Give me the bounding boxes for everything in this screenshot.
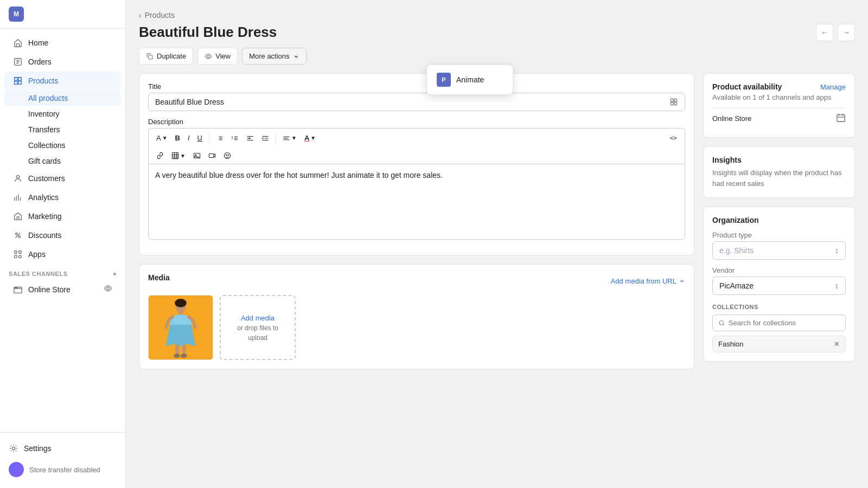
text-color-button[interactable]: A ▼ bbox=[301, 132, 319, 144]
vendor-select[interactable]: PicAmaze ↕ bbox=[712, 277, 846, 295]
svg-point-12 bbox=[12, 447, 15, 450]
svg-rect-7 bbox=[19, 255, 22, 258]
sidebar-item-customers[interactable]: Customers bbox=[4, 169, 121, 188]
title-label: Title bbox=[148, 82, 685, 91]
media-upload-zone[interactable]: Add media or drop files to upload bbox=[220, 295, 296, 360]
source-button[interactable]: <> bbox=[667, 132, 680, 144]
video-button[interactable] bbox=[205, 150, 219, 162]
vendor-stepper-icon: ↕ bbox=[835, 281, 839, 290]
manage-link[interactable]: Manage bbox=[820, 83, 846, 91]
table-button[interactable]: ▼ bbox=[168, 150, 189, 162]
svg-point-3 bbox=[18, 236, 21, 238]
sidebar-item-products-label: Products bbox=[28, 76, 58, 85]
editor-toolbar-row1: A ▼ B I U bbox=[148, 128, 685, 147]
sidebar-item-products[interactable]: Products bbox=[4, 72, 121, 90]
sidebar: M Home Orders Products All prod bbox=[0, 0, 126, 488]
svg-point-10 bbox=[16, 287, 17, 288]
sidebar-item-apps-label: Apps bbox=[28, 250, 46, 259]
svg-rect-19 bbox=[172, 152, 178, 158]
italic-button[interactable]: I bbox=[184, 132, 193, 144]
chevron-down-icon bbox=[293, 53, 299, 60]
svg-rect-6 bbox=[15, 255, 17, 258]
remove-collection-button[interactable]: ✕ bbox=[834, 340, 840, 348]
online-store-visibility-icon[interactable] bbox=[104, 284, 112, 294]
view-button[interactable]: View bbox=[197, 48, 238, 65]
font-button[interactable]: A ▼ bbox=[153, 132, 171, 144]
add-sales-channel-icon[interactable]: + bbox=[113, 271, 117, 277]
unordered-list-button[interactable] bbox=[213, 132, 227, 144]
product-image-thumb[interactable] bbox=[148, 295, 213, 360]
svg-point-11 bbox=[107, 287, 110, 290]
sidebar-sub-inventory[interactable]: Inventory bbox=[4, 106, 121, 121]
next-product-button[interactable]: → bbox=[838, 24, 855, 41]
link-button[interactable] bbox=[153, 150, 167, 162]
sidebar-item-marketing[interactable]: Marketing bbox=[4, 207, 121, 226]
duplicate-button[interactable]: Duplicate bbox=[139, 48, 193, 65]
sidebar-sub-collections[interactable]: Collections bbox=[4, 138, 121, 153]
add-media-from-url-button[interactable]: Add media from URL bbox=[611, 277, 685, 285]
animate-dropdown-item[interactable]: P Animate bbox=[430, 68, 509, 91]
indent-button[interactable] bbox=[243, 132, 257, 144]
align-button[interactable]: ▼ bbox=[279, 132, 300, 144]
search-icon bbox=[718, 319, 725, 327]
sidebar-item-analytics[interactable]: Analytics bbox=[4, 188, 121, 207]
sidebar-item-discounts[interactable]: Discounts bbox=[4, 226, 121, 245]
sidebar-sub-gift-cards[interactable]: Gift cards bbox=[4, 153, 121, 169]
availability-card: Product availability Manage Available on… bbox=[703, 73, 855, 138]
sidebar-item-home-label: Home bbox=[28, 38, 48, 47]
separator-2 bbox=[276, 133, 276, 144]
svg-point-1 bbox=[16, 176, 19, 178]
breadcrumb-link[interactable]: Products bbox=[145, 11, 175, 20]
media-header: Media Add media from URL bbox=[148, 273, 685, 288]
svg-point-14 bbox=[207, 55, 209, 57]
add-media-label: Add media from URL bbox=[611, 277, 676, 285]
media-title: Media bbox=[148, 273, 170, 282]
collections-search-box[interactable] bbox=[712, 314, 846, 331]
align-icon bbox=[283, 134, 290, 142]
product-type-stepper-icon: ↕ bbox=[835, 246, 839, 255]
product-type-select[interactable]: e.g. Shirts ↕ bbox=[712, 241, 846, 260]
ordered-list-button[interactable] bbox=[228, 132, 242, 144]
emoji-button[interactable] bbox=[220, 150, 234, 162]
title-description-card: Title Beautiful Blue Dress bbox=[139, 73, 694, 255]
indent-icon bbox=[246, 134, 254, 142]
emoji-icon bbox=[224, 152, 231, 159]
calendar-icon[interactable] bbox=[836, 113, 846, 124]
settings-label: Settings bbox=[24, 444, 52, 453]
analytics-icon bbox=[13, 192, 23, 202]
description-label: Description bbox=[148, 118, 685, 126]
sales-channels-section: SALES CHANNELS + bbox=[0, 264, 125, 279]
sidebar-sub-transfers[interactable]: Transfers bbox=[4, 122, 121, 137]
sidebar-item-home[interactable]: Home bbox=[4, 34, 121, 52]
more-actions-button[interactable]: More actions bbox=[242, 48, 306, 65]
settings-icon bbox=[9, 444, 18, 453]
channel-name: Online Store bbox=[712, 114, 751, 123]
settings-item[interactable]: Settings bbox=[9, 439, 117, 458]
ul-icon bbox=[216, 134, 224, 142]
sidebar-sub-all-products[interactable]: All products bbox=[4, 91, 121, 106]
prev-product-button[interactable]: ← bbox=[816, 24, 833, 41]
sidebar-item-orders[interactable]: Orders bbox=[4, 53, 121, 71]
collections-search-input[interactable] bbox=[729, 319, 840, 327]
vendor-label: Vendor bbox=[712, 266, 846, 274]
discounts-icon bbox=[13, 230, 23, 240]
underline-button[interactable]: U bbox=[194, 132, 206, 144]
sidebar-item-apps[interactable]: Apps bbox=[4, 245, 121, 264]
online-store-icon bbox=[13, 285, 23, 294]
organization-card: Organization Product type e.g. Shirts ↕ … bbox=[703, 207, 855, 362]
outdent-button[interactable] bbox=[258, 132, 272, 144]
sidebar-item-online-store[interactable]: Online Store bbox=[4, 280, 121, 299]
title-input[interactable]: Beautiful Blue Dress bbox=[148, 93, 685, 111]
image-icon bbox=[193, 152, 201, 159]
breadcrumb: ‹ Products bbox=[139, 11, 855, 20]
bold-button[interactable]: B bbox=[172, 132, 183, 144]
description-editor[interactable]: A very beautiful blue dress over for the… bbox=[148, 164, 685, 240]
svg-rect-15 bbox=[671, 99, 673, 101]
availability-header: Product availability Manage bbox=[712, 82, 846, 91]
table-icon bbox=[171, 152, 179, 159]
svg-rect-30 bbox=[175, 344, 179, 355]
product-type-placeholder: e.g. Shirts bbox=[719, 246, 754, 255]
description-text: A very beautiful blue dress over for the… bbox=[155, 171, 443, 179]
svg-point-24 bbox=[226, 155, 226, 155]
image-button[interactable] bbox=[190, 150, 204, 162]
